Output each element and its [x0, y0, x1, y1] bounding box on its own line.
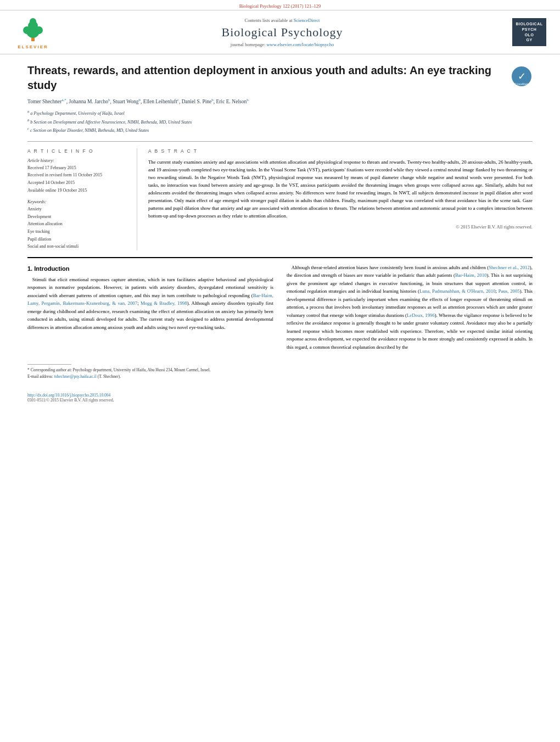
- history-label: Article history:: [27, 158, 128, 163]
- crossmark-icon: ✓ CrossMark: [511, 65, 533, 87]
- footer-area: http://dx.doi.org/10.1016/j.biopsycho.20…: [0, 385, 560, 408]
- issn-footer: 0301-0511/© 2015 Elsevier B.V. All right…: [27, 398, 533, 403]
- svg-point-3: [30, 18, 36, 25]
- footnote-email-line: E-mail address: tshechner@psy.haifa.ac.i…: [27, 373, 273, 380]
- keywords-section: Keywords: Anxiety Development Attention …: [27, 199, 128, 250]
- footnote-email: tshechner@psy.haifa.ac.il: [54, 374, 97, 379]
- ref-ledoux1996[interactable]: LeDoux, 1996: [407, 313, 435, 318]
- doi-link[interactable]: http://dx.doi.org/10.1016/j.biopsycho.20…: [27, 393, 110, 398]
- elsevier-label: ELSEVIER: [18, 44, 48, 49]
- keyword-attention: Attention allocation: [27, 220, 128, 228]
- sciencedirect-link[interactable]: ScienceDirect: [294, 18, 320, 23]
- svg-text:✓: ✓: [518, 71, 526, 82]
- article-content: Threats, rewards, and attention deployme…: [0, 54, 560, 385]
- affiliation-a: a a Psychology Department, University of…: [27, 109, 533, 117]
- ref-luna2010[interactable]: Luna, Padmanabhan, & O'Hearn, 2010: [419, 288, 496, 294]
- article-title-section: Threats, rewards, and attention deployme…: [27, 63, 533, 93]
- svg-point-4: [23, 26, 31, 34]
- svg-point-5: [35, 26, 43, 34]
- copyright: © 2015 Elsevier B.V. All rights reserved…: [148, 224, 533, 230]
- elsevier-tree-icon: [19, 15, 47, 43]
- section1-title: 1. Introduction: [27, 264, 273, 274]
- article-info-col: A R T I C L E I N F O Article history: R…: [27, 148, 137, 250]
- footnote-corresponding: * Corresponding author at: Psychology de…: [27, 367, 273, 373]
- body-divider: [27, 257, 533, 258]
- ref-barhaim2010[interactable]: Bar-Haim, 2010: [455, 272, 486, 278]
- body-col-left: 1. Introduction Stimuli that elicit emot…: [27, 264, 273, 380]
- keyword-anxiety: Anxiety: [27, 205, 128, 213]
- journal-title: Biological Psychology: [222, 25, 343, 40]
- footnote-area: * Corresponding author at: Psychology de…: [27, 364, 273, 380]
- homepage-link[interactable]: www.elsevier.com/locate/biopsycho: [266, 42, 334, 47]
- journal-header: ELSEVIER Contents lists available at Sci…: [0, 10, 560, 54]
- body-col-right: Although threat-related attention biases…: [287, 264, 533, 380]
- two-column-section: A R T I C L E I N F O Article history: R…: [27, 148, 533, 250]
- affiliations: a a Psychology Department, University of…: [27, 109, 533, 134]
- section1-para1: Stimuli that elicit emotional responses …: [27, 276, 273, 332]
- doi-footer: http://dx.doi.org/10.1016/j.biopsycho.20…: [27, 393, 533, 398]
- sciencedirect-line: Contents lists available at ScienceDirec…: [245, 18, 320, 23]
- keyword-eyetracking: Eye tracking: [27, 228, 128, 236]
- section-divider: [27, 141, 533, 142]
- abstract-text: The current study examines anxiety and a…: [148, 158, 533, 220]
- journal-badge: BIOLOGICALPSYCHOLOGY: [509, 15, 549, 49]
- article-history: Article history: Received 17 February 20…: [27, 158, 128, 194]
- journal-center: Contents lists available at ScienceDirec…: [55, 15, 509, 49]
- ref-shechner2012[interactable]: Shechner et al., 2012: [489, 265, 530, 270]
- affiliation-c: c c Section on Bipolar Disorder, NIMH, B…: [27, 126, 533, 134]
- svg-text:CrossMark: CrossMark: [515, 82, 529, 86]
- page-wrapper: Biological Psychology 122 (2017) 121–129…: [0, 0, 560, 408]
- abstract-col: A B S T R A C T The current study examin…: [148, 148, 533, 250]
- badge-box: BIOLOGICALPSYCHOLOGY: [512, 18, 546, 46]
- article-info-header: A R T I C L E I N F O: [27, 148, 128, 154]
- article-title: Threats, rewards, and attention deployme…: [27, 63, 504, 93]
- ref-paus2005[interactable]: Paus, 2005: [499, 288, 520, 294]
- homepage-line: journal homepage: www.elsevier.com/locat…: [231, 42, 334, 47]
- authors-line: Tomer Shechnera,*, Johanna M. Jarchob, S…: [27, 97, 533, 105]
- keyword-social: Social and non-social stimuli: [27, 243, 128, 250]
- keyword-pupil: Pupil dilation: [27, 236, 128, 243]
- journal-ref: Biological Psychology 122 (2017) 121–129: [239, 3, 321, 9]
- elsevier-logo: ELSEVIER: [11, 15, 55, 49]
- footnote-divider: [27, 364, 71, 365]
- section1-para2: Although threat-related attention biases…: [287, 264, 533, 352]
- keyword-development: Development: [27, 213, 128, 221]
- affiliation-b: b b Section on Development and Affective…: [27, 118, 533, 126]
- ref-mogg1998[interactable]: Mogg & Bradley, 1998: [141, 300, 187, 306]
- abstract-header: A B S T R A C T: [148, 148, 533, 154]
- two-col-body: 1. Introduction Stimuli that elicit emot…: [27, 264, 533, 380]
- journal-top-bar: Biological Psychology 122 (2017) 121–129: [0, 0, 560, 10]
- keywords-label: Keywords:: [27, 199, 128, 204]
- received-date: Received 17 February 2015 Received in re…: [27, 164, 128, 194]
